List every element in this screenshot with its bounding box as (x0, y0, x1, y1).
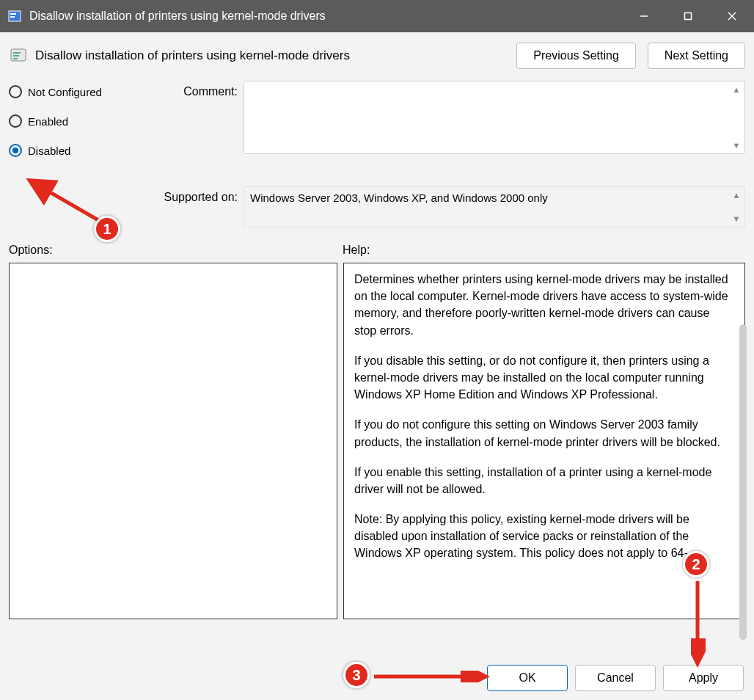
minimize-button[interactable] (622, 0, 666, 32)
svg-rect-1 (10, 13, 16, 15)
options-panel (9, 263, 337, 619)
settings-grid: Not Configured Enabled Disabled Comment:… (0, 76, 754, 227)
radio-not-configured[interactable]: Not Configured (9, 85, 148, 98)
radio-icon (9, 85, 22, 98)
comment-field[interactable]: ▲ ▼ (244, 81, 745, 154)
supported-value: Windows Server 2003, Windows XP, and Win… (250, 192, 548, 204)
policy-icon (9, 46, 28, 65)
svg-rect-10 (13, 58, 18, 59)
scroll-up-icon[interactable]: ▲ (731, 84, 742, 95)
header-row: Disallow installation of printers using … (0, 32, 754, 76)
svg-rect-4 (685, 13, 692, 20)
radio-icon (9, 144, 22, 157)
policy-title: Disallow installation of printers using … (35, 48, 505, 63)
cancel-button[interactable]: Cancel (575, 665, 656, 691)
annotation-callout-3: 3 (343, 662, 370, 688)
help-section-label: Help: (343, 244, 370, 257)
scroll-up-icon[interactable]: ▲ (731, 190, 742, 200)
radio-label: Enabled (28, 115, 68, 128)
ok-button[interactable]: OK (487, 665, 568, 691)
help-paragraph: If you do not configure this setting on … (354, 416, 734, 450)
previous-setting-button[interactable]: Previous Setting (516, 43, 636, 69)
annotation-callout-2: 2 (683, 551, 709, 577)
window-icon (7, 9, 22, 23)
annotation-callout-1: 1 (94, 216, 120, 242)
options-section-label: Options: (9, 244, 343, 257)
help-paragraph: Determines whether printers using kernel… (354, 271, 734, 339)
svg-rect-8 (13, 52, 21, 54)
apply-button[interactable]: Apply (663, 665, 744, 691)
svg-rect-2 (10, 16, 15, 18)
radio-icon (9, 114, 22, 128)
radio-label: Not Configured (28, 86, 102, 98)
help-paragraph: Note: By applying this policy, existing … (354, 511, 734, 562)
supported-field: Windows Server 2003, Windows XP, and Win… (244, 186, 745, 227)
state-radio-group: Not Configured Enabled Disabled (9, 81, 148, 173)
radio-disabled[interactable]: Disabled (9, 144, 148, 157)
radio-label: Disabled (28, 145, 70, 157)
window-controls (622, 0, 754, 32)
next-setting-button[interactable]: Next Setting (648, 43, 745, 69)
svg-rect-9 (13, 55, 19, 56)
comment-label: Comment: (148, 81, 244, 98)
help-paragraph: If you disable this setting, or do not c… (354, 352, 734, 404)
radio-enabled[interactable]: Enabled (9, 114, 148, 128)
scroll-down-icon[interactable]: ▼ (731, 140, 742, 150)
annotation-arrow-3 (373, 671, 490, 682)
titlebar: Disallow installation of printers using … (0, 0, 754, 32)
content-area: Disallow installation of printers using … (0, 32, 754, 700)
panels-row: Determines whether printers using kernel… (0, 263, 754, 619)
supported-label: Supported on: (148, 186, 244, 204)
window-title: Disallow installation of printers using … (29, 10, 622, 23)
dialog-footer: OK Cancel Apply (487, 665, 744, 691)
help-scrollbar[interactable] (739, 324, 747, 640)
scroll-down-icon[interactable]: ▼ (731, 214, 742, 224)
close-button[interactable] (710, 0, 754, 32)
help-paragraph: If you enable this setting, installation… (354, 464, 734, 497)
maximize-button[interactable] (666, 0, 710, 32)
